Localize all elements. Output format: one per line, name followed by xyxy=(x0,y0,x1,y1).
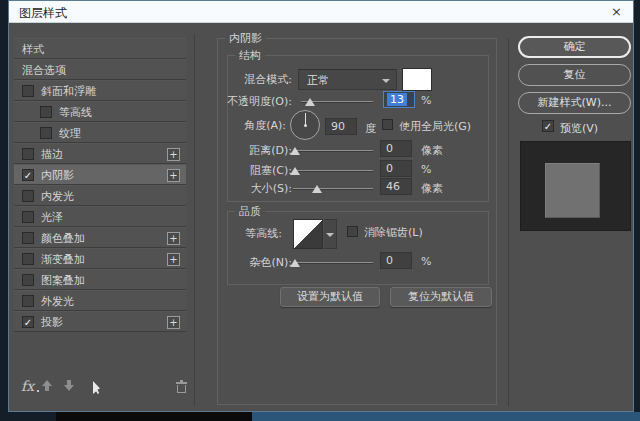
sidebar-item-stroke[interactable]: 描边 xyxy=(14,143,186,164)
choke-input[interactable]: 0 xyxy=(380,160,412,177)
mouse-cursor xyxy=(93,381,102,394)
noise-slider[interactable] xyxy=(293,262,373,264)
checkbox-icon[interactable] xyxy=(22,295,34,307)
contour-thumbnail[interactable] xyxy=(293,219,323,249)
preview-label: 预览(V) xyxy=(560,121,598,136)
add-instance-icon[interactable] xyxy=(167,232,180,245)
background-black-strip xyxy=(56,412,252,421)
sidebar-header-styles[interactable]: 样式 xyxy=(14,38,186,59)
add-instance-icon[interactable] xyxy=(167,148,180,161)
size-slider[interactable] xyxy=(293,188,373,190)
add-instance-icon[interactable] xyxy=(167,253,180,266)
structure-legend: 结构 xyxy=(235,48,265,63)
quality-group xyxy=(227,211,489,285)
checkbox-icon[interactable] xyxy=(22,274,34,286)
delete-trash-icon[interactable] xyxy=(176,380,187,393)
layer-style-dialog: 图层样式 × 样式 混合选项 斜面和浮雕 等高线 纹理 xyxy=(8,0,634,412)
sidebar-item-gradient-overlay[interactable]: 渐变叠加 xyxy=(14,248,186,269)
slider-thumb[interactable] xyxy=(290,147,300,155)
angle-input[interactable]: 90 xyxy=(325,118,357,135)
sidebar-item-drop-shadow[interactable]: 投影 xyxy=(14,311,186,332)
global-light-checkbox[interactable] xyxy=(382,119,393,130)
panel-title: 内阴影 xyxy=(225,31,266,46)
sidebar-scrollbar[interactable] xyxy=(194,34,195,406)
move-down-icon[interactable] xyxy=(64,380,74,391)
size-unit: 像素 xyxy=(421,181,443,196)
chevron-down-icon xyxy=(326,233,334,237)
desktop-background: 图层样式 × 样式 混合选项 斜面和浮雕 等高线 纹理 xyxy=(0,0,640,421)
blend-mode-select[interactable]: 正常 xyxy=(298,69,397,90)
checkbox-icon[interactable] xyxy=(40,127,52,139)
sidebar-item-inner-shadow[interactable]: 内阴影 xyxy=(14,164,186,185)
sidebar-item-blending-options[interactable]: 混合选项 xyxy=(14,59,186,80)
add-instance-icon[interactable] xyxy=(167,316,180,329)
new-style-button[interactable]: 新建样式(W)... xyxy=(518,92,631,114)
blend-mode-value: 正常 xyxy=(307,73,329,88)
slider-thumb[interactable] xyxy=(312,185,322,193)
blend-mode-label: 混合模式: xyxy=(192,72,292,87)
move-up-icon[interactable] xyxy=(42,380,52,391)
slider-thumb[interactable] xyxy=(305,98,315,106)
anti-alias-checkbox[interactable] xyxy=(347,226,358,237)
reset-default-button[interactable]: 复位为默认值 xyxy=(390,287,492,307)
angle-dial[interactable] xyxy=(290,110,320,140)
slider-thumb[interactable] xyxy=(290,167,300,175)
sidebar-item-pattern-overlay[interactable]: 图案叠加 xyxy=(14,269,186,290)
size-input[interactable]: 46 xyxy=(380,178,412,195)
distance-label: 距离(D): xyxy=(182,143,292,158)
sidebar-item-contour[interactable]: 等高线 xyxy=(14,101,186,122)
angle-label: 角度(A): xyxy=(186,118,286,133)
global-light-label: 使用全局光(G) xyxy=(399,119,471,134)
checkbox-icon[interactable] xyxy=(22,232,34,244)
angle-center-icon xyxy=(304,124,307,127)
checkbox-checked-icon[interactable] xyxy=(22,169,34,181)
checkbox-icon[interactable] xyxy=(22,253,34,265)
checkbox-icon[interactable] xyxy=(22,190,34,202)
ok-button[interactable]: 确定 xyxy=(518,36,631,58)
slider-thumb[interactable] xyxy=(290,259,300,267)
make-default-button[interactable]: 设置为默认值 xyxy=(280,287,380,307)
angle-unit: 度 xyxy=(365,121,376,136)
contour-label: 等高线: xyxy=(182,226,282,241)
opacity-input[interactable]: 13 xyxy=(383,91,415,108)
shadow-color-swatch[interactable] xyxy=(402,68,432,91)
sidebar-item-color-overlay[interactable]: 颜色叠加 xyxy=(14,227,186,248)
preview-checkbox[interactable] xyxy=(542,120,554,132)
dialog-titlebar[interactable]: 图层样式 × xyxy=(9,1,633,23)
sidebar-item-outer-glow[interactable]: 外发光 xyxy=(14,290,186,311)
anti-alias-label: 消除锯齿(L) xyxy=(364,225,423,240)
panel-scrollbar[interactable] xyxy=(508,38,509,406)
preview-thumbnail-shape xyxy=(545,163,600,218)
reset-button[interactable]: 复位 xyxy=(518,64,631,86)
noise-input[interactable]: 0 xyxy=(380,252,412,269)
background-canvas-strip xyxy=(252,412,640,421)
dialog-title: 图层样式 xyxy=(19,5,67,22)
sidebar-item-texture[interactable]: 纹理 xyxy=(14,122,186,143)
opacity-slider[interactable] xyxy=(301,101,373,103)
sidebar-item-inner-glow[interactable]: 内发光 xyxy=(14,185,186,206)
dialog-body: 样式 混合选项 斜面和浮雕 等高线 纹理 描边 xyxy=(9,23,633,411)
chevron-down-icon xyxy=(382,79,390,83)
checkbox-icon[interactable] xyxy=(22,211,34,223)
noise-label: 杂色(N): xyxy=(182,255,292,270)
add-instance-icon[interactable] xyxy=(167,169,180,182)
opacity-label: 不透明度(O): xyxy=(182,94,292,109)
quality-legend: 品质 xyxy=(235,204,265,219)
size-label: 大小(S): xyxy=(182,181,292,196)
opacity-unit: % xyxy=(421,94,431,107)
fx-add-effect-icon[interactable]: fx xyxy=(21,378,34,394)
choke-label: 阻塞(C): xyxy=(182,163,292,178)
choke-slider[interactable] xyxy=(293,170,373,172)
distance-input[interactable]: 0 xyxy=(380,140,412,157)
checkbox-icon[interactable] xyxy=(40,106,52,118)
sidebar-item-bevel-emboss[interactable]: 斜面和浮雕 xyxy=(14,80,186,101)
contour-picker-button[interactable] xyxy=(324,219,337,249)
checkbox-icon[interactable] xyxy=(22,148,34,160)
checkbox-icon[interactable] xyxy=(22,85,34,97)
noise-unit: % xyxy=(421,255,431,268)
checkbox-checked-icon[interactable] xyxy=(22,316,34,328)
sidebar-item-satin[interactable]: 光泽 xyxy=(14,206,186,227)
close-icon[interactable]: × xyxy=(611,4,622,19)
distance-unit: 像素 xyxy=(421,143,443,158)
distance-slider[interactable] xyxy=(293,150,373,152)
